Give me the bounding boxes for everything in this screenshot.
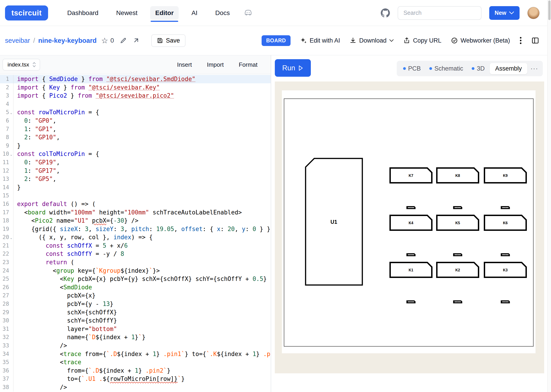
code-line[interactable]: 24 <group key={`Kgroup${index}`}> — [0, 266, 271, 275]
code-line[interactable]: 10⌄const colToMicroPin = { — [0, 150, 271, 158]
code-line[interactable]: 15 — [0, 191, 271, 200]
nav-link-ai[interactable]: AI — [186, 6, 202, 20]
breadcrumb-project-link[interactable]: nine-key-keyboard — [38, 37, 97, 44]
line-gutter: 9 — [0, 142, 14, 150]
fold-chevron-icon[interactable]: ⌄ — [9, 150, 13, 158]
line-gutter: 18 — [0, 217, 14, 225]
code-line[interactable]: 27 pcbX={x} — [0, 291, 271, 300]
tab-status-dot — [403, 67, 406, 70]
chevron-down-icon — [389, 39, 394, 42]
line-gutter: 13 — [0, 175, 14, 183]
code-line[interactable]: 35 <trace — [0, 358, 271, 366]
file-select[interactable]: index.tsx — [2, 59, 40, 70]
component-k5-label: K5 — [455, 221, 460, 225]
run-button[interactable]: Run — [275, 59, 311, 77]
code-line[interactable]: 18 <Pico2 name="U1" pcbX={-30} /> — [0, 217, 271, 225]
diode-tick — [505, 302, 506, 302]
code-line[interactable]: 30 schY={schOffY} — [0, 316, 271, 325]
code-line[interactable]: 3import { Pico2 } from "@tsci/seveibar.p… — [0, 91, 271, 100]
code-line[interactable]: 5⌄const rowToMicroPin = { — [0, 108, 271, 117]
page-scrollbar[interactable] — [547, 0, 551, 392]
nav-link-dashboard[interactable]: Dashboard — [62, 6, 103, 20]
code-line[interactable]: 32 name={`D${index + 1}`} — [0, 333, 271, 342]
search-input[interactable] — [398, 6, 481, 20]
fold-chevron-icon[interactable]: ⌄ — [9, 233, 13, 242]
main-split: index.tsx InsertImportFormat 1import { S… — [0, 55, 547, 392]
avatar[interactable] — [527, 7, 540, 19]
code-line[interactable]: 28 pcbY={y - 13} — [0, 300, 271, 308]
code-line[interactable]: 9} — [0, 142, 271, 150]
github-icon[interactable] — [381, 8, 390, 18]
code-line[interactable]: 11 0: "GP19", — [0, 158, 271, 167]
assembly-board-image: U1K7K8K9K4K5K6K1K2K3 — [282, 90, 536, 353]
tabs-more-button[interactable]: ··· — [529, 65, 540, 72]
download-button[interactable]: Download — [350, 37, 394, 44]
save-button[interactable]: Save — [151, 34, 186, 47]
menu-format[interactable]: Format — [239, 61, 258, 68]
edit-with-ai-button[interactable]: Edit with AI — [300, 37, 340, 44]
code-line[interactable]: 20⌄ ({ x, y, row, col }, index) => { — [0, 233, 271, 242]
code-line[interactable]: 4 — [0, 100, 271, 108]
nav-link-newest[interactable]: Newest — [111, 6, 143, 20]
code-line[interactable]: 33 /> — [0, 342, 271, 350]
breadcrumb-owner-link[interactable]: seveibar — [5, 37, 30, 44]
tab-3d[interactable]: 3D — [468, 65, 488, 72]
line-gutter: 34 — [0, 350, 14, 358]
nav-link-docs[interactable]: Docs — [210, 6, 235, 20]
pencil-icon — [120, 37, 127, 44]
code-line[interactable]: 34 <trace from={`.D${index + 1} .pin1`} … — [0, 350, 271, 358]
code-line[interactable]: 19 {grid({ sizeX: 3, sizeY: 3, pitch: 19… — [0, 225, 271, 233]
discord-icon[interactable] — [244, 9, 252, 17]
line-gutter: 37 — [0, 375, 14, 383]
code-line[interactable]: 16export default () => ( — [0, 200, 271, 208]
board-badge[interactable]: BOARD — [262, 35, 291, 46]
code-line[interactable]: 21 const schOffX = 5 + x/6 — [0, 242, 271, 250]
component-k7-label: K7 — [408, 174, 413, 178]
code-line[interactable]: 14} — [0, 183, 271, 192]
code-line[interactable]: 2import { Key } from "@tsci/seveibar.Key… — [0, 83, 271, 92]
open-external-button[interactable] — [133, 37, 139, 44]
code-line[interactable]: 23 return ( — [0, 258, 271, 266]
code-line[interactable]: 1import { SmdDiode } from "@tsci/seveiba… — [0, 75, 271, 83]
code-line[interactable]: 22 const schOffY = -y / 8 — [0, 250, 271, 258]
check-circle-icon — [451, 37, 458, 44]
menu-insert[interactable]: Insert — [177, 61, 192, 68]
more-options-button[interactable] — [520, 36, 522, 45]
nav-link-editor[interactable]: Editor — [150, 6, 179, 20]
star-button[interactable]: ☆ 0 — [101, 37, 114, 44]
code-line[interactable]: 17 <board width="100mm" height="100mm" s… — [0, 208, 271, 217]
code-editor[interactable]: 1import { SmdDiode } from "@tsci/seveiba… — [0, 74, 271, 392]
assembly-canvas[interactable]: U1K7K8K9K4K5K6K1K2K3 — [275, 82, 544, 373]
code-line[interactable]: 36 from={`.D${index + 1} .pin2`} — [0, 366, 271, 375]
scrollbar-thumb[interactable] — [548, 0, 551, 20]
code-line[interactable]: 29 schX={schOffX} — [0, 308, 271, 317]
code-line[interactable]: 26 <SmdDiode — [0, 283, 271, 292]
code-line[interactable]: 8 2: "GP10", — [0, 133, 271, 142]
copy-url-button[interactable]: Copy URL — [403, 37, 441, 44]
save-icon — [157, 37, 163, 44]
tscircuit-logo[interactable]: tscircuit — [5, 6, 48, 21]
code-line[interactable]: 6 0: "GP0", — [0, 117, 271, 125]
code-line[interactable]: 12 1: "GP17", — [0, 167, 271, 175]
code-line[interactable]: 25 <Key pcbX={x} pcbY={y} schX={schOffX}… — [0, 275, 271, 283]
diode-tick — [458, 302, 458, 302]
new-button[interactable]: New — [489, 6, 520, 20]
line-gutter: 26 — [0, 283, 14, 292]
fold-chevron-icon[interactable]: ⌄ — [9, 108, 13, 117]
menu-import[interactable]: Import — [207, 61, 224, 68]
line-gutter: 20⌄ — [0, 233, 14, 242]
tab-assembly[interactable]: Assembly — [490, 63, 527, 74]
webworker-button[interactable]: Webworker (Beta) — [451, 37, 510, 44]
code-line[interactable]: 13 2: "GP5", — [0, 175, 271, 183]
webworker-label: Webworker (Beta) — [460, 37, 510, 44]
tab-pcb[interactable]: PCB — [400, 65, 424, 72]
toggle-panel-button[interactable] — [531, 37, 539, 44]
code-line[interactable]: 37 to={`.U1 .${rowToMicroPin[row]}`} — [0, 375, 271, 383]
line-gutter: 14 — [0, 183, 14, 192]
rename-button[interactable] — [120, 37, 127, 44]
tab-schematic[interactable]: Schematic — [426, 65, 467, 72]
code-line[interactable]: 31 layer="bottom" — [0, 325, 271, 333]
code-line[interactable]: 7 1: "GP1", — [0, 125, 271, 133]
code-line[interactable]: 38 /> — [0, 383, 271, 392]
file-select-value: index.tsx — [7, 62, 29, 68]
